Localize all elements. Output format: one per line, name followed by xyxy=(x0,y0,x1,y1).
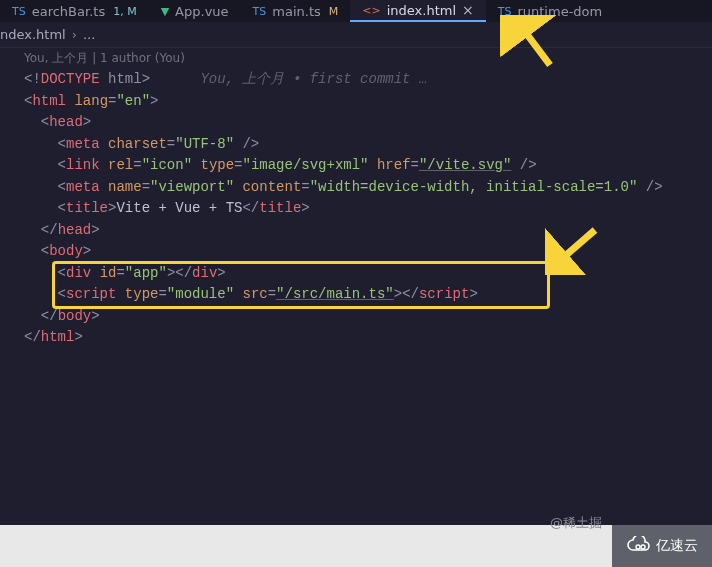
code-line: <script type="module" src="/src/main.ts"… xyxy=(24,284,712,306)
tab-label: index.html xyxy=(387,3,456,18)
tab-label: main.ts xyxy=(272,4,320,19)
code-line: <meta name="viewport" content="width=dev… xyxy=(24,177,712,199)
code-line: <title>Vite + Vue + TS</title> xyxy=(24,198,712,220)
tab-appvue[interactable]: ▼ App.vue xyxy=(149,0,241,22)
svg-point-5 xyxy=(641,545,645,549)
ts-icon: TS xyxy=(498,5,512,18)
code-line: </head> xyxy=(24,220,712,242)
logo-badge: 亿速云 xyxy=(612,525,712,567)
tab-label: App.vue xyxy=(175,4,228,19)
breadcrumb[interactable]: ndex.html › ... xyxy=(0,22,712,48)
watermark-text: @稀土掘 xyxy=(550,514,602,532)
close-icon[interactable]: × xyxy=(462,2,474,18)
code-line: <meta charset="UTF-8" /> xyxy=(24,134,712,156)
code-line: <div id="app"></div> xyxy=(24,263,712,285)
editor-frame: TS earchBar.ts 1, M ▼ App.vue TS main.ts… xyxy=(0,0,712,525)
svg-point-4 xyxy=(636,545,640,549)
logo-text: 亿速云 xyxy=(656,537,698,555)
tab-runtime-dom[interactable]: TS runtime-dom xyxy=(486,0,614,22)
tab-searchbar[interactable]: TS earchBar.ts 1, M xyxy=(0,0,149,22)
tab-label: runtime-dom xyxy=(517,4,602,19)
tab-status: M xyxy=(329,5,339,18)
inline-blame: You, 上个月 • first commit … xyxy=(200,71,427,87)
code-line: <head> xyxy=(24,112,712,134)
tab-status: 1, M xyxy=(113,5,136,18)
code-editor[interactable]: <!DOCTYPE html> You, 上个月 • first commit … xyxy=(0,67,712,349)
tab-label: earchBar.ts xyxy=(32,4,105,19)
breadcrumb-rest: ... xyxy=(83,27,95,42)
code-line: </body> xyxy=(24,306,712,328)
html-icon: <> xyxy=(362,4,380,17)
code-line: <link rel="icon" type="image/svg+xml" hr… xyxy=(24,155,712,177)
vue-icon: ▼ xyxy=(161,5,169,18)
breadcrumb-file: ndex.html xyxy=(0,27,66,42)
breadcrumb-sep: › xyxy=(72,27,77,42)
code-line: <body> xyxy=(24,241,712,263)
tab-index-html[interactable]: <> index.html × xyxy=(350,0,485,22)
git-blame-summary: You, 上个月 | 1 author (You) xyxy=(0,48,712,67)
code-line: <html lang="en"> xyxy=(24,91,712,113)
code-line: <!DOCTYPE html> You, 上个月 • first commit … xyxy=(24,69,712,91)
code-line: </html> xyxy=(24,327,712,349)
tab-main[interactable]: TS main.ts M xyxy=(241,0,351,22)
cloud-icon xyxy=(626,536,652,556)
ts-icon: TS xyxy=(253,5,267,18)
tab-bar: TS earchBar.ts 1, M ▼ App.vue TS main.ts… xyxy=(0,0,712,22)
ts-icon: TS xyxy=(12,5,26,18)
